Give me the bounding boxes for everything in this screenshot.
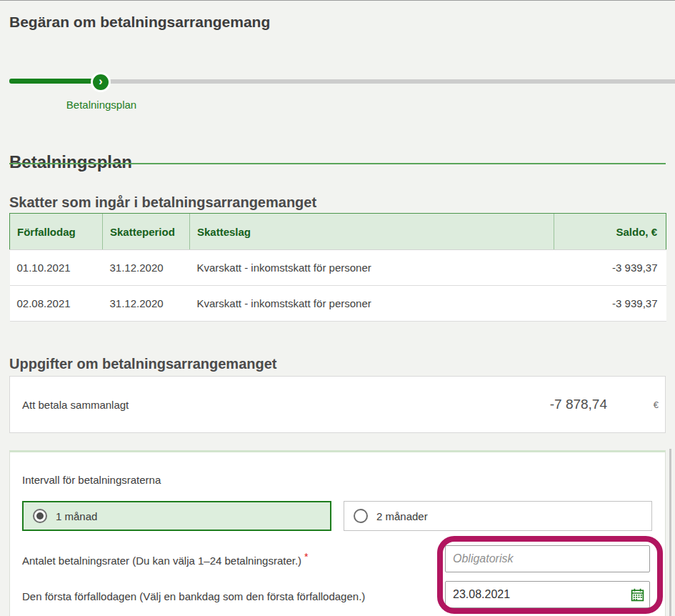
radio-option-label: 1 månad <box>56 510 97 522</box>
radio-option-1-month[interactable]: 1 månad <box>22 501 331 531</box>
due-date-input[interactable] <box>445 581 650 608</box>
scrollbar[interactable] <box>669 449 671 616</box>
payment-arrangement-page: Begäran om betalningsarrangemang › Betal… <box>0 0 675 616</box>
stepper-progress-complete <box>9 79 94 84</box>
stepper-progress-remaining <box>100 79 675 84</box>
total-amount: -7 878,74 <box>550 397 607 412</box>
calendar-icon <box>631 588 644 602</box>
table-row: 01.10.2021 31.12.2020 Kvarskatt - inkoms… <box>10 250 666 286</box>
taxes-subheading: Skatter som ingår i betalningsarrangeman… <box>9 194 316 211</box>
due-date-label: Den första förfallodagen (Välj en bankda… <box>22 590 365 602</box>
required-asterisk: * <box>304 551 308 562</box>
tax-table: Förfallodag Skatteperiod Skatteslag Sald… <box>9 213 666 322</box>
cell-tax-period: 31.12.2020 <box>103 286 190 322</box>
tax-table-header-row: Förfallodag Skatteperiod Skatteslag Sald… <box>10 214 666 250</box>
stepper-step-label: Betalningsplan <box>66 99 136 111</box>
table-row: 02.08.2021 31.12.2020 Kvarskatt - inkoms… <box>10 286 666 322</box>
cell-tax-type: Kvarskatt - inkomstskatt för personer <box>190 286 554 322</box>
calendar-button[interactable] <box>629 587 645 602</box>
column-header-due-date: Förfallodag <box>10 214 103 250</box>
chevron-right-icon: › <box>99 76 102 87</box>
cell-tax-type: Kvarskatt - inkomstskatt för personer <box>190 250 554 286</box>
total-card: Att betala sammanlagt -7 878,74 € <box>9 376 666 433</box>
radio-unselected-icon[interactable] <box>354 509 368 523</box>
column-header-tax-period: Skatteperiod <box>103 214 190 250</box>
radio-option-2-months[interactable]: 2 månader <box>344 501 652 531</box>
arrangement-form-card: Intervall för betalningsraterna 1 månad … <box>9 450 666 616</box>
interval-label: Intervall för betalningsraterna <box>22 474 161 486</box>
cell-due-date: 01.10.2021 <box>10 250 103 286</box>
cell-due-date: 02.08.2021 <box>10 286 103 322</box>
details-subheading: Uppgifter om betalningsarrangemanget <box>9 356 277 372</box>
installments-input[interactable] <box>445 545 650 572</box>
total-currency: € <box>607 399 665 410</box>
stepper-current-step[interactable]: › <box>91 72 111 92</box>
radio-option-label: 2 månader <box>376 510 428 522</box>
column-header-balance: Saldo, € <box>554 214 666 250</box>
cell-balance: -3 939,37 <box>554 286 666 322</box>
interval-radio-group: 1 månad 2 månader <box>22 501 652 531</box>
due-date-field <box>445 581 650 608</box>
section-heading: Betalningsplan <box>9 152 132 172</box>
cell-balance: -3 939,37 <box>554 250 666 286</box>
section-heading-underline <box>9 163 666 164</box>
column-header-tax-type: Skatteslag <box>190 214 554 250</box>
cell-tax-period: 31.12.2020 <box>103 250 190 286</box>
page-title: Begäran om betalningsarrangemang <box>9 14 270 31</box>
radio-selected-icon[interactable] <box>33 509 47 523</box>
top-divider <box>0 0 675 1</box>
total-label: Att betala sammanlagt <box>22 399 129 411</box>
installments-label: Antalet betalningsrater (Du kan välja 1–… <box>22 551 309 567</box>
